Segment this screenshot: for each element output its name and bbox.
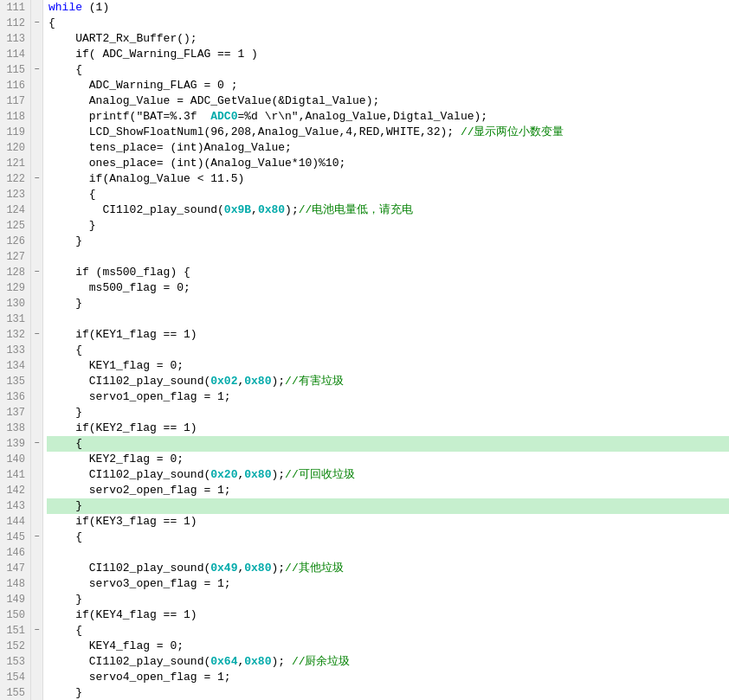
- token: );: [271, 562, 285, 575]
- code-line: {: [47, 436, 729, 452]
- line-number: 139: [5, 436, 25, 452]
- fold-marker: [31, 561, 42, 576]
- token: while: [48, 1, 82, 14]
- token: CI1l02_play_sound(: [48, 375, 210, 388]
- line-number: 111: [5, 0, 25, 16]
- code-line: CI1l02_play_sound(0x02,0x80);//有害垃圾: [47, 374, 729, 389]
- code-line: Analog_Value = ADC_GetValue(&Digtal_Valu…: [47, 93, 729, 109]
- token: tens_place= (int)Analog_Value;: [48, 141, 292, 154]
- token: {: [48, 344, 82, 356]
- fold-marker: [31, 498, 42, 514]
- line-number: 151: [5, 623, 25, 639]
- fold-marker: [31, 514, 42, 530]
- code-line: }: [47, 685, 729, 700]
- line-number: 113: [5, 31, 25, 47]
- fold-marker: [31, 685, 42, 700]
- fold-marker[interactable]: −: [31, 16, 42, 31]
- line-number: 138: [5, 421, 25, 436]
- fold-marker: [31, 639, 42, 654]
- line-number: 153: [5, 654, 25, 670]
- line-number: 130: [5, 296, 25, 311]
- line-number: 141: [5, 467, 25, 483]
- code-line: LCD_ShowFloatNuml(96,208,Analog_Value,4,…: [47, 125, 729, 140]
- code-line: UART2_Rx_Buffer();: [47, 31, 729, 47]
- fold-marker: [31, 125, 42, 140]
- token: KEY4_flag = 0;: [48, 639, 184, 652]
- token: 0x80: [244, 468, 271, 481]
- token: 0x49: [210, 562, 237, 575]
- line-number: 118: [5, 109, 25, 125]
- line-number: 126: [5, 234, 25, 249]
- token: //其他垃圾: [285, 562, 344, 575]
- fold-marker: [31, 249, 42, 265]
- token: 0x80: [258, 203, 285, 216]
- code-line: KEY2_flag = 0;: [47, 452, 729, 467]
- code-line: if( ADC_Warning_FLAG == 1 ): [47, 47, 729, 62]
- fold-marker: [31, 483, 42, 498]
- code-line: if (ms500_flag) {: [47, 265, 729, 280]
- token: if( ADC_Warning_FLAG == 1 ): [48, 48, 258, 61]
- token: {: [48, 188, 96, 201]
- line-number: 144: [5, 514, 25, 530]
- token: 0x20: [210, 468, 237, 481]
- fold-marker[interactable]: −: [31, 171, 42, 187]
- code-line: servo3_open_flag = 1;: [47, 576, 729, 592]
- fold-marker: [31, 234, 42, 249]
- token: =%d \r\n",Analog_Value,Digtal_Value);: [237, 110, 487, 123]
- fold-marker: [31, 670, 42, 685]
- fold-marker[interactable]: −: [31, 530, 42, 545]
- fold-marker: [31, 218, 42, 234]
- token: if(KEY1_flag == 1): [48, 328, 197, 341]
- line-number: 155: [5, 685, 25, 700]
- fold-marker: [31, 343, 42, 358]
- token: }: [48, 686, 82, 699]
- line-number: 116: [5, 78, 25, 93]
- fold-marker: [31, 296, 42, 311]
- token: KEY1_flag = 0;: [48, 359, 184, 372]
- code-line: {: [47, 62, 729, 78]
- token: }: [48, 593, 82, 606]
- token: }: [48, 499, 82, 512]
- code-line: }: [47, 592, 729, 607]
- code-line: if(KEY3_flag == 1): [47, 514, 729, 530]
- token: if(KEY4_flag == 1): [48, 608, 197, 621]
- token: );: [271, 468, 285, 481]
- code-line: servo2_open_flag = 1;: [47, 483, 729, 498]
- line-number: 145: [5, 530, 25, 545]
- fold-marker: [31, 592, 42, 607]
- line-number: 112: [5, 16, 25, 31]
- code-line: servo1_open_flag = 1;: [47, 389, 729, 405]
- code-line: if(KEY1_flag == 1): [47, 327, 729, 343]
- fold-marker[interactable]: −: [31, 265, 42, 280]
- line-number: 128: [5, 265, 25, 280]
- fold-marker[interactable]: −: [31, 327, 42, 343]
- fold-marker[interactable]: −: [31, 436, 42, 452]
- line-number: 135: [5, 374, 25, 389]
- code-editor: 1111121131141151161171181191201211221231…: [0, 0, 729, 700]
- fold-marker: [31, 202, 42, 218]
- token: ADC0: [210, 110, 237, 123]
- token: {: [48, 530, 82, 543]
- token: KEY2_flag = 0;: [48, 453, 184, 466]
- code-line: [47, 545, 729, 561]
- code-line: KEY1_flag = 0;: [47, 358, 729, 374]
- code-line: while (1): [47, 0, 729, 16]
- code-line: if(KEY4_flag == 1): [47, 607, 729, 623]
- line-number: 120: [5, 140, 25, 156]
- line-number: 137: [5, 405, 25, 421]
- fold-marker: [31, 109, 42, 125]
- fold-marker: [31, 31, 42, 47]
- token: //可回收垃圾: [285, 468, 355, 481]
- token: {: [48, 624, 82, 637]
- fold-marker[interactable]: −: [31, 623, 42, 639]
- code-content: while (1){ UART2_Rx_Buffer(); if( ADC_Wa…: [43, 0, 729, 700]
- code-line: {: [47, 623, 729, 639]
- code-line: [47, 249, 729, 265]
- token: //显示两位小数变量: [461, 125, 564, 138]
- token: if(Analog_Value < 11.5): [48, 172, 244, 185]
- code-line: {: [47, 187, 729, 202]
- fold-marker[interactable]: −: [31, 62, 42, 78]
- code-line: ADC_Warning_FLAG = 0 ;: [47, 78, 729, 93]
- line-number: 127: [5, 249, 25, 265]
- line-number: 146: [5, 545, 25, 561]
